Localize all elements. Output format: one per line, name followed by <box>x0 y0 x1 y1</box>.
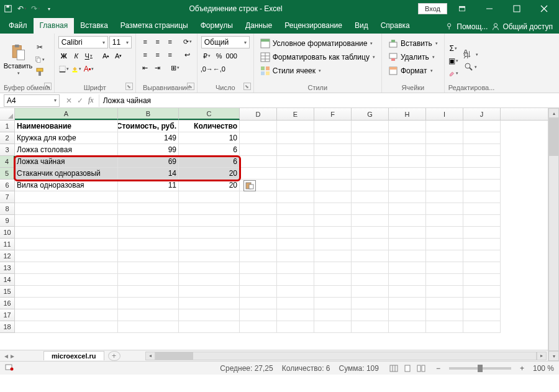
cell[interactable]: Стаканчик одноразовый <box>15 168 118 180</box>
dialog-launcher-icon[interactable]: ⬊ <box>187 83 194 90</box>
undo-icon[interactable]: ↶▾ <box>17 4 26 13</box>
cell[interactable] <box>277 168 314 180</box>
decrease-indent-icon[interactable]: ⇤ <box>140 62 151 73</box>
row-header[interactable]: 5 <box>0 168 15 180</box>
cell[interactable] <box>352 191 389 203</box>
cell[interactable] <box>118 215 179 227</box>
cell[interactable] <box>277 180 314 191</box>
horizontal-scrollbar[interactable]: ◂ ▸ <box>145 352 547 360</box>
cell[interactable] <box>426 274 463 286</box>
cell[interactable] <box>314 156 352 168</box>
fill-icon[interactable]: ▣▾ <box>448 56 458 66</box>
cell[interactable] <box>240 274 277 286</box>
cell[interactable]: Наименование <box>15 121 118 132</box>
cell[interactable] <box>240 250 277 262</box>
column-header[interactable]: C <box>179 108 240 120</box>
close-icon[interactable] <box>532 0 557 17</box>
sort-filter-icon[interactable]: AЯ▾ <box>463 50 478 60</box>
borders-icon[interactable]: ▾ <box>58 63 70 75</box>
cell[interactable] <box>240 239 277 250</box>
orientation-icon[interactable]: ⟳▾ <box>182 36 193 47</box>
cell[interactable] <box>15 191 118 203</box>
cell[interactable] <box>389 274 426 286</box>
cell[interactable] <box>118 203 179 215</box>
format-painter-icon[interactable] <box>35 67 45 77</box>
cell[interactable] <box>240 262 277 274</box>
fx-icon[interactable]: fx <box>88 96 94 105</box>
cell[interactable] <box>314 262 352 274</box>
merge-icon[interactable]: ⊞▾ <box>170 62 181 73</box>
cell[interactable] <box>389 298 426 309</box>
cell[interactable] <box>352 156 389 168</box>
cell[interactable] <box>463 203 501 215</box>
column-header[interactable]: E <box>277 108 314 120</box>
cell[interactable] <box>352 215 389 227</box>
underline-button[interactable]: Ч▾ <box>83 50 94 62</box>
paste-options-icon[interactable] <box>243 180 256 191</box>
cell[interactable] <box>426 286 463 298</box>
cell[interactable] <box>118 298 179 309</box>
cell[interactable] <box>179 250 240 262</box>
align-middle-icon[interactable]: ≡ <box>152 36 163 47</box>
qat-customize-icon[interactable]: ▾ <box>45 4 53 13</box>
cell[interactable] <box>426 262 463 274</box>
cell[interactable]: Ложка столовая <box>15 144 118 156</box>
currency-icon[interactable]: ₽▾ <box>201 50 212 62</box>
cell[interactable] <box>389 321 426 333</box>
tab-home[interactable]: Главная <box>34 18 75 34</box>
cells-grid[interactable]: НаименованиеСтоимость, руб.КоличествоКру… <box>15 121 501 333</box>
cell[interactable]: Ложка чайная <box>15 156 118 168</box>
cell[interactable] <box>179 286 240 298</box>
cell[interactable] <box>389 227 426 239</box>
cell[interactable] <box>389 180 426 191</box>
cell[interactable]: 11 <box>118 180 179 191</box>
cell[interactable] <box>426 132 463 144</box>
minimize-icon[interactable] <box>477 0 502 17</box>
cell[interactable] <box>118 321 179 333</box>
cell[interactable] <box>426 203 463 215</box>
cell[interactable] <box>314 286 352 298</box>
cell[interactable] <box>463 144 501 156</box>
fill-color-icon[interactable]: ▾ <box>71 63 82 75</box>
cell[interactable] <box>352 309 389 321</box>
tab-formulas[interactable]: Формулы <box>194 18 239 34</box>
tab-insert[interactable]: Вставка <box>74 18 114 34</box>
cell[interactable] <box>352 262 389 274</box>
tab-layout[interactable]: Разметка страницы <box>114 18 194 34</box>
cell[interactable] <box>277 121 314 132</box>
cell[interactable] <box>277 239 314 250</box>
cell[interactable] <box>240 144 277 156</box>
maximize-icon[interactable] <box>504 0 529 17</box>
cell[interactable] <box>352 250 389 262</box>
align-top-icon[interactable]: ≡ <box>140 36 151 47</box>
add-sheet-icon[interactable]: + <box>108 351 120 361</box>
scroll-right-icon[interactable]: ▸ <box>537 352 547 360</box>
cell[interactable] <box>15 250 118 262</box>
cell[interactable] <box>15 215 118 227</box>
cell[interactable] <box>118 250 179 262</box>
cell[interactable] <box>463 215 501 227</box>
cell[interactable] <box>463 132 501 144</box>
cell[interactable] <box>352 227 389 239</box>
cell[interactable]: Стоимость, руб. <box>118 121 179 132</box>
dialog-launcher-icon[interactable]: ⬊ <box>44 83 52 90</box>
cell[interactable] <box>463 239 501 250</box>
row-header[interactable]: 2 <box>0 132 15 144</box>
cell[interactable] <box>314 144 352 156</box>
cell[interactable] <box>389 132 426 144</box>
cell[interactable] <box>179 309 240 321</box>
cell[interactable] <box>277 191 314 203</box>
cell[interactable] <box>389 121 426 132</box>
cell[interactable] <box>277 321 314 333</box>
cell[interactable] <box>463 156 501 168</box>
cell[interactable] <box>179 262 240 274</box>
cell[interactable] <box>352 132 389 144</box>
cell[interactable] <box>277 298 314 309</box>
cell[interactable] <box>463 191 501 203</box>
cell[interactable] <box>15 309 118 321</box>
copy-icon[interactable]: ▾ <box>35 55 45 65</box>
cell[interactable] <box>426 215 463 227</box>
login-button[interactable]: Вход <box>418 3 447 14</box>
cell[interactable] <box>426 321 463 333</box>
cell[interactable] <box>352 168 389 180</box>
